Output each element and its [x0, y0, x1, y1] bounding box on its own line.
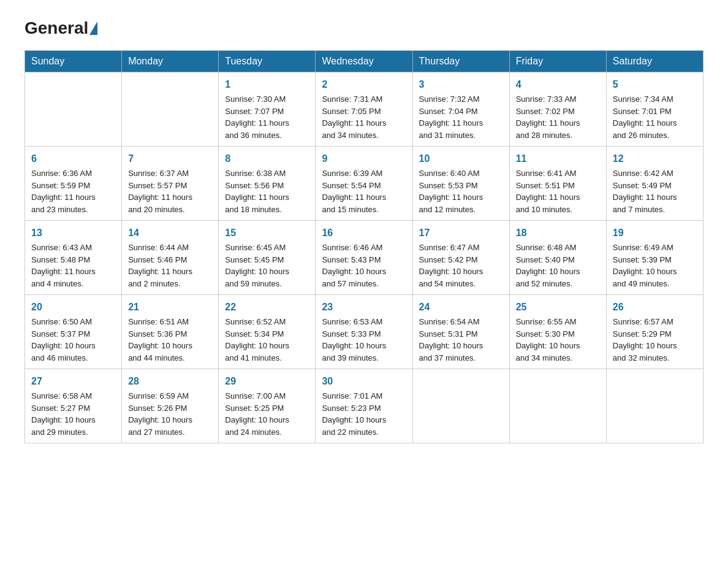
calendar-week-row: 13Sunrise: 6:43 AM Sunset: 5:48 PM Dayli…	[25, 221, 703, 295]
day-info: Sunrise: 6:52 AM Sunset: 5:34 PM Dayligh…	[225, 316, 309, 364]
day-info: Sunrise: 6:59 AM Sunset: 5:26 PM Dayligh…	[128, 390, 212, 438]
calendar-cell: 16Sunrise: 6:46 AM Sunset: 5:43 PM Dayli…	[316, 221, 412, 295]
day-info: Sunrise: 6:47 AM Sunset: 5:42 PM Dayligh…	[419, 242, 503, 289]
day-number: 18	[516, 226, 600, 240]
day-number: 9	[322, 151, 406, 166]
calendar-cell: 12Sunrise: 6:42 AM Sunset: 5:49 PM Dayli…	[606, 147, 703, 221]
calendar-cell: 27Sunrise: 6:58 AM Sunset: 5:27 PM Dayli…	[25, 369, 122, 443]
day-info: Sunrise: 6:53 AM Sunset: 5:33 PM Dayligh…	[322, 316, 406, 364]
calendar-cell	[509, 369, 606, 443]
calendar-cell: 29Sunrise: 7:00 AM Sunset: 5:25 PM Dayli…	[219, 369, 316, 443]
day-info: Sunrise: 6:57 AM Sunset: 5:29 PM Dayligh…	[613, 316, 697, 364]
day-number: 8	[225, 151, 309, 166]
day-number: 17	[419, 226, 503, 240]
day-number: 20	[31, 300, 115, 315]
day-number: 25	[516, 300, 600, 315]
calendar-cell: 23Sunrise: 6:53 AM Sunset: 5:33 PM Dayli…	[316, 295, 412, 369]
weekday-header-tuesday: Tuesday	[219, 51, 316, 72]
day-number: 19	[613, 226, 697, 240]
calendar-table: SundayMondayTuesdayWednesdayThursdayFrid…	[25, 50, 703, 443]
logo-triangle-icon	[89, 21, 97, 35]
weekday-header-saturday: Saturday	[606, 51, 703, 72]
calendar-cell	[606, 369, 703, 443]
day-info: Sunrise: 7:31 AM Sunset: 7:05 PM Dayligh…	[322, 93, 406, 141]
day-info: Sunrise: 6:38 AM Sunset: 5:56 PM Dayligh…	[225, 167, 309, 215]
calendar-cell: 7Sunrise: 6:37 AM Sunset: 5:57 PM Daylig…	[122, 147, 219, 221]
day-info: Sunrise: 6:36 AM Sunset: 5:59 PM Dayligh…	[31, 167, 115, 215]
logo-general-text: General	[25, 18, 88, 38]
day-number: 2	[322, 77, 406, 92]
weekday-header-monday: Monday	[122, 51, 219, 72]
day-info: Sunrise: 6:44 AM Sunset: 5:46 PM Dayligh…	[128, 242, 212, 289]
day-info: Sunrise: 7:32 AM Sunset: 7:04 PM Dayligh…	[419, 93, 503, 141]
day-number: 13	[31, 226, 115, 240]
calendar-week-row: 6Sunrise: 6:36 AM Sunset: 5:59 PM Daylig…	[25, 147, 703, 221]
day-number: 28	[128, 374, 212, 389]
page-header: General	[25, 18, 703, 38]
calendar-cell: 8Sunrise: 6:38 AM Sunset: 5:56 PM Daylig…	[219, 147, 316, 221]
day-info: Sunrise: 6:37 AM Sunset: 5:57 PM Dayligh…	[128, 167, 212, 215]
day-number: 15	[225, 226, 309, 240]
calendar-cell: 19Sunrise: 6:49 AM Sunset: 5:39 PM Dayli…	[606, 221, 703, 295]
day-info: Sunrise: 7:34 AM Sunset: 7:01 PM Dayligh…	[613, 93, 697, 141]
calendar-cell: 6Sunrise: 6:36 AM Sunset: 5:59 PM Daylig…	[25, 147, 122, 221]
calendar-cell: 10Sunrise: 6:40 AM Sunset: 5:53 PM Dayli…	[412, 147, 509, 221]
day-info: Sunrise: 6:58 AM Sunset: 5:27 PM Dayligh…	[31, 390, 115, 438]
day-info: Sunrise: 7:33 AM Sunset: 7:02 PM Dayligh…	[516, 93, 600, 141]
day-number: 22	[225, 300, 309, 315]
day-info: Sunrise: 6:55 AM Sunset: 5:30 PM Dayligh…	[516, 316, 600, 364]
calendar-cell	[25, 72, 122, 147]
day-number: 29	[225, 374, 309, 389]
calendar-cell: 24Sunrise: 6:54 AM Sunset: 5:31 PM Dayli…	[412, 295, 509, 369]
calendar-cell	[122, 72, 219, 147]
day-number: 11	[516, 151, 600, 166]
weekday-header-row: SundayMondayTuesdayWednesdayThursdayFrid…	[25, 51, 703, 72]
day-number: 14	[128, 226, 212, 240]
calendar-cell: 28Sunrise: 6:59 AM Sunset: 5:26 PM Dayli…	[122, 369, 219, 443]
calendar-cell: 14Sunrise: 6:44 AM Sunset: 5:46 PM Dayli…	[122, 221, 219, 295]
calendar-cell: 20Sunrise: 6:50 AM Sunset: 5:37 PM Dayli…	[25, 295, 122, 369]
day-number: 4	[516, 77, 600, 92]
day-info: Sunrise: 6:51 AM Sunset: 5:36 PM Dayligh…	[128, 316, 212, 364]
calendar-cell: 18Sunrise: 6:48 AM Sunset: 5:40 PM Dayli…	[509, 221, 606, 295]
day-info: Sunrise: 7:01 AM Sunset: 5:23 PM Dayligh…	[322, 390, 406, 438]
calendar-cell: 4Sunrise: 7:33 AM Sunset: 7:02 PM Daylig…	[509, 72, 606, 147]
day-number: 12	[613, 151, 697, 166]
day-number: 23	[322, 300, 406, 315]
day-info: Sunrise: 6:50 AM Sunset: 5:37 PM Dayligh…	[31, 316, 115, 364]
day-number: 5	[613, 77, 697, 92]
logo: General	[25, 18, 97, 38]
calendar-cell: 13Sunrise: 6:43 AM Sunset: 5:48 PM Dayli…	[25, 221, 122, 295]
day-info: Sunrise: 7:30 AM Sunset: 7:07 PM Dayligh…	[225, 93, 309, 141]
day-info: Sunrise: 6:45 AM Sunset: 5:45 PM Dayligh…	[225, 242, 309, 289]
day-number: 3	[419, 77, 503, 92]
calendar-cell: 22Sunrise: 6:52 AM Sunset: 5:34 PM Dayli…	[219, 295, 316, 369]
weekday-header-friday: Friday	[509, 51, 606, 72]
day-number: 24	[419, 300, 503, 315]
day-info: Sunrise: 6:46 AM Sunset: 5:43 PM Dayligh…	[322, 242, 406, 289]
calendar-week-row: 20Sunrise: 6:50 AM Sunset: 5:37 PM Dayli…	[25, 295, 703, 369]
day-info: Sunrise: 6:42 AM Sunset: 5:49 PM Dayligh…	[613, 167, 697, 215]
calendar-cell: 9Sunrise: 6:39 AM Sunset: 5:54 PM Daylig…	[316, 147, 412, 221]
calendar-week-row: 27Sunrise: 6:58 AM Sunset: 5:27 PM Dayli…	[25, 369, 703, 443]
calendar-cell: 26Sunrise: 6:57 AM Sunset: 5:29 PM Dayli…	[606, 295, 703, 369]
day-info: Sunrise: 6:43 AM Sunset: 5:48 PM Dayligh…	[31, 242, 115, 289]
day-number: 30	[322, 374, 406, 389]
calendar-cell: 3Sunrise: 7:32 AM Sunset: 7:04 PM Daylig…	[412, 72, 509, 147]
day-number: 7	[128, 151, 212, 166]
calendar-cell: 17Sunrise: 6:47 AM Sunset: 5:42 PM Dayli…	[412, 221, 509, 295]
day-number: 27	[31, 374, 115, 389]
day-info: Sunrise: 6:39 AM Sunset: 5:54 PM Dayligh…	[322, 167, 406, 215]
day-number: 21	[128, 300, 212, 315]
calendar-cell: 1Sunrise: 7:30 AM Sunset: 7:07 PM Daylig…	[219, 72, 316, 147]
weekday-header-wednesday: Wednesday	[316, 51, 412, 72]
day-info: Sunrise: 6:48 AM Sunset: 5:40 PM Dayligh…	[516, 242, 600, 289]
day-number: 16	[322, 226, 406, 240]
calendar-cell: 2Sunrise: 7:31 AM Sunset: 7:05 PM Daylig…	[316, 72, 412, 147]
weekday-header-thursday: Thursday	[412, 51, 509, 72]
calendar-cell: 11Sunrise: 6:41 AM Sunset: 5:51 PM Dayli…	[509, 147, 606, 221]
day-info: Sunrise: 6:49 AM Sunset: 5:39 PM Dayligh…	[613, 242, 697, 289]
calendar-cell: 15Sunrise: 6:45 AM Sunset: 5:45 PM Dayli…	[219, 221, 316, 295]
calendar-week-row: 1Sunrise: 7:30 AM Sunset: 7:07 PM Daylig…	[25, 72, 703, 147]
day-number: 26	[613, 300, 697, 315]
